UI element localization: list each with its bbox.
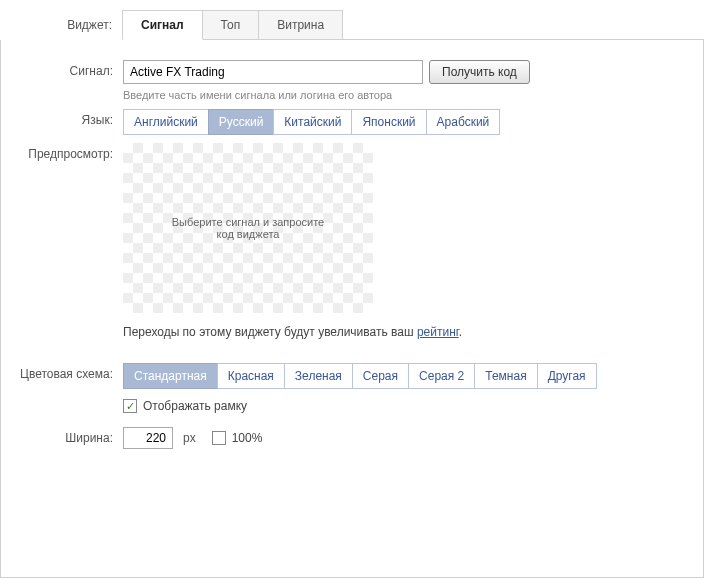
lang-ar[interactable]: Арабский [426, 109, 501, 135]
lang-en[interactable]: Английский [123, 109, 209, 135]
width-unit: px [183, 431, 196, 445]
language-segmented: Английский Русский Китайский Японский Ар… [123, 109, 687, 135]
preview-box: Выберите сигнал и запросите код виджета [123, 143, 373, 313]
scheme-standard[interactable]: Стандартная [123, 363, 218, 389]
scheme-dark[interactable]: Темная [474, 363, 537, 389]
lang-ru[interactable]: Русский [208, 109, 275, 135]
scheme-green[interactable]: Зеленая [284, 363, 353, 389]
preview-placeholder: Выберите сигнал и запросите код виджета [163, 216, 333, 240]
width-input[interactable] [123, 427, 173, 449]
widget-label: Виджет: [0, 18, 122, 32]
lang-zh[interactable]: Китайский [273, 109, 352, 135]
preview-info-prefix: Переходы по этому виджету будут увеличив… [123, 325, 417, 339]
widget-tabs: Сигнал Топ Витрина [122, 10, 704, 40]
show-frame-checkbox[interactable] [123, 399, 137, 413]
preview-info-suffix: . [459, 325, 462, 339]
signal-input[interactable] [123, 60, 423, 84]
scheme-red[interactable]: Красная [217, 363, 285, 389]
lang-ja[interactable]: Японский [351, 109, 426, 135]
color-scheme-segmented: Стандартная Красная Зеленая Серая Серая … [123, 363, 687, 389]
settings-panel: Сигнал: Получить код Введите часть имени… [0, 40, 704, 578]
signal-label: Сигнал: [1, 60, 123, 101]
width-full-checkbox[interactable] [212, 431, 226, 445]
preview-info: Переходы по этому виджету будут увеличив… [123, 325, 687, 339]
signal-hint: Введите часть имени сигнала или логина е… [123, 89, 687, 101]
language-label: Язык: [1, 109, 123, 135]
preview-label: Предпросмотр: [1, 143, 123, 355]
tab-showcase[interactable]: Витрина [258, 10, 343, 39]
scheme-gray[interactable]: Серая [352, 363, 409, 389]
get-code-button[interactable]: Получить код [429, 60, 530, 84]
rating-link[interactable]: рейтинг [417, 325, 459, 339]
scheme-gray2[interactable]: Серая 2 [408, 363, 475, 389]
width-full-label: 100% [232, 431, 263, 445]
width-label: Ширина: [1, 431, 123, 445]
tab-top[interactable]: Топ [202, 10, 260, 39]
color-scheme-label: Цветовая схема: [1, 363, 123, 413]
tab-signal[interactable]: Сигнал [122, 10, 203, 40]
scheme-other[interactable]: Другая [537, 363, 597, 389]
show-frame-label: Отображать рамку [143, 399, 247, 413]
